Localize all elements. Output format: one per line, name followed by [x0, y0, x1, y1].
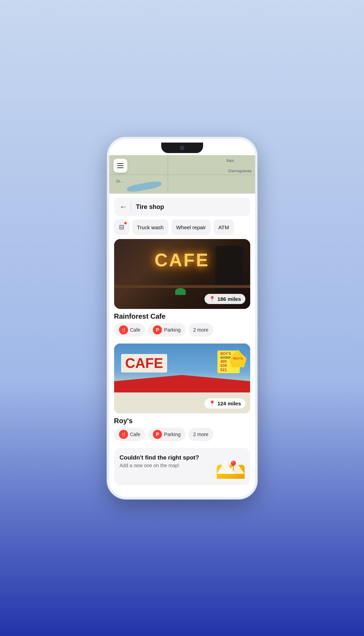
map-road-vertical — [168, 155, 168, 194]
result-card-rainforest-cafe[interactable]: CAFE 📍 186 miles Rainforest Cafe 🍴 Cafe — [114, 239, 250, 337]
hamburger-line-2 — [117, 165, 124, 166]
tag-label-parking-1: Parking — [164, 327, 180, 333]
cafe1-lamp — [175, 288, 186, 295]
filter-chip-atm[interactable]: ATM — [214, 219, 234, 235]
filter-chip-label-truck-wash: Truck wash — [137, 224, 164, 230]
tag-label-cafe-2: Cafe — [130, 432, 141, 437]
card-image-rainforest-cafe: CAFE 📍 186 miles — [114, 239, 250, 309]
cafe1-menu-board — [215, 246, 243, 291]
back-arrow-icon: ← — [120, 203, 127, 211]
cafe1-sign-text: CAFE — [155, 250, 210, 270]
cafe2-cafe-sign: CAFE — [121, 354, 168, 373]
search-title: Tire shop — [136, 203, 164, 211]
map-road-horizontal — [109, 174, 255, 175]
card-title-roys: Roy's — [114, 417, 250, 425]
hamburger-button[interactable] — [113, 159, 127, 173]
filter-chip-truck-wash[interactable]: Truck wash — [132, 219, 169, 235]
filter-chip-label-wheel-repair: Wheel repair — [176, 224, 206, 230]
tag-icon-parking-1: P — [153, 325, 162, 334]
front-camera — [180, 146, 184, 150]
hamburger-line-3 — [117, 167, 124, 168]
search-divider — [131, 202, 131, 212]
back-button[interactable]: ← — [120, 203, 127, 211]
result-card-roys[interactable]: CAFE ROY'S GASOLINE 400 539 521 ROY'S — [114, 344, 250, 441]
card-image-roys: CAFE ROY'S GASOLINE 400 539 521 ROY'S — [114, 344, 250, 413]
tag-icon-cafe-1: 🍴 — [119, 325, 128, 334]
phone-inner: рск Хкро Chernogolovka Zе... ← Tire shop — [109, 139, 255, 497]
tag-cafe-1[interactable]: 🍴 Cafe — [114, 323, 146, 337]
tag-row-rainforest-cafe: 🍴 Cafe P Parking 2 more — [114, 323, 250, 337]
filter-row: ⊟ Truck wash Wheel repair ATM — [109, 219, 255, 239]
filter-chip-label-atm: ATM — [218, 224, 229, 230]
tag-more-2[interactable]: 2 more — [188, 428, 214, 441]
map-label-3: Zе... — [116, 179, 123, 183]
location-pin-icon-2: 📍 — [209, 400, 216, 407]
content-area: ← Tire shop ⊟ Truck wash Wheel repair — [109, 194, 255, 497]
notch — [161, 143, 203, 153]
tag-label-more-1: 2 more — [193, 327, 209, 333]
filter-icon-button[interactable]: ⊟ — [114, 219, 129, 235]
tag-label-cafe-1: Cafe — [130, 327, 141, 333]
map-water — [126, 180, 162, 193]
distance-badge-1: 📍 186 miles — [205, 294, 245, 304]
search-bar: ← Tire shop — [114, 198, 250, 216]
distance-badge-2: 📍 124 miles — [205, 398, 245, 409]
filter-active-dot — [124, 222, 127, 225]
tag-row-roys: 🍴 Cafe P Parking 2 more — [114, 428, 250, 441]
cafe1-shelf — [114, 285, 250, 288]
phone-frame: рск Хкро Chernogolovka Zе... ← Tire shop — [107, 137, 257, 499]
bottom-card[interactable]: Couldn't find the right spot? Add a new … — [114, 448, 250, 485]
bottom-card-subtitle: Add a new one on the map! — [120, 463, 213, 468]
map-area: рск Хкро Chernogolovka Zе... — [109, 155, 255, 194]
map-label-chernogolovka: Chernogolovka — [228, 169, 251, 173]
illustration-pin-icon: 📍 — [227, 460, 239, 472]
bottom-card-illustration: 📍 — [217, 454, 245, 479]
distance-text-1: 186 miles — [217, 296, 241, 302]
tag-cafe-2[interactable]: 🍴 Cafe — [114, 428, 146, 441]
bottom-card-text: Couldn't find the right spot? Add a new … — [120, 454, 213, 468]
tag-icon-cafe-2: 🍴 — [119, 430, 128, 439]
tag-parking-2[interactable]: P Parking — [148, 428, 185, 441]
map-label-2: Хкро — [226, 159, 234, 162]
map-background: рск Хкро Chernogolovka Zе... — [109, 155, 255, 194]
filter-chip-wheel-repair[interactable]: Wheel repair — [171, 219, 211, 235]
location-pin-icon-1: 📍 — [209, 296, 216, 302]
tag-icon-parking-2: P — [153, 430, 162, 439]
tag-more-1[interactable]: 2 more — [188, 323, 214, 337]
tag-parking-1[interactable]: P Parking — [148, 323, 185, 337]
tag-label-parking-2: Parking — [164, 432, 180, 437]
filter-sliders-icon: ⊟ — [119, 223, 124, 231]
tag-label-more-2: 2 more — [193, 432, 209, 437]
notch-area — [109, 139, 255, 155]
distance-text-2: 124 miles — [217, 400, 241, 406]
card-title-rainforest-cafe: Rainforest Cafe — [114, 312, 250, 320]
hamburger-line-1 — [117, 163, 124, 164]
bottom-card-title: Couldn't find the right spot? — [120, 454, 213, 461]
